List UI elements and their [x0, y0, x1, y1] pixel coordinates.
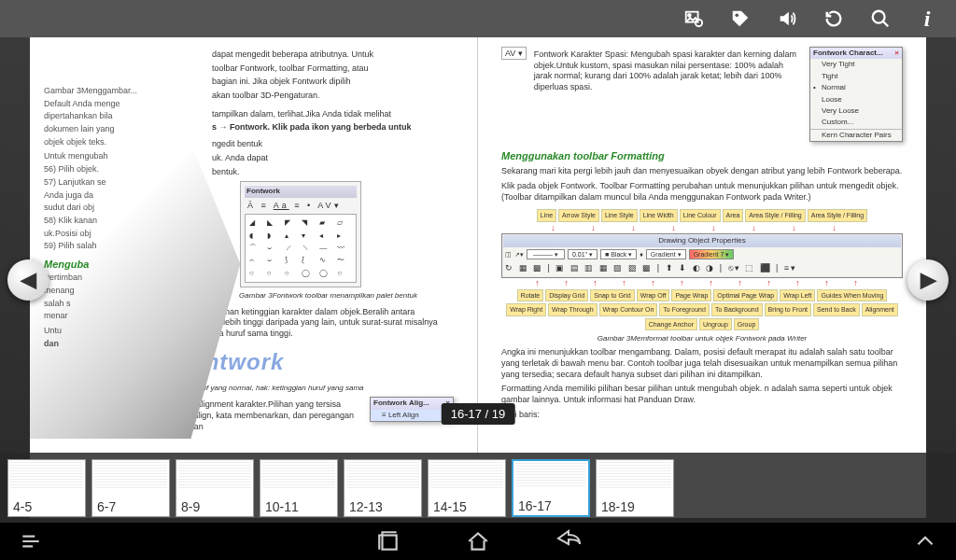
popup-title: Fontwork Charact...: [813, 49, 883, 58]
caption: Gambar 3Fontwork toolbar menampilkan pal…: [203, 291, 454, 301]
text: bentuk.: [212, 167, 454, 178]
image-settings-icon[interactable]: [679, 4, 709, 34]
search-icon[interactable]: [865, 4, 895, 34]
menu-item: Loose: [810, 94, 902, 105]
text: ngedit bentuk: [212, 139, 454, 150]
right-page: AV ▾ Fontwork Karakter Spasi: Mengubah s…: [478, 33, 926, 518]
menu-item: Normal: [810, 82, 902, 93]
menu-item: Kern Character Pairs: [810, 129, 902, 141]
text: tampilkan dalam, terlihat.Jika Anda tida…: [212, 109, 454, 120]
thumbnail[interactable]: 18-19: [596, 459, 674, 517]
page-indicator: 16-17 / 19: [442, 403, 515, 425]
thumbnail[interactable]: 16-17: [512, 459, 590, 517]
text: Klik pada objek Fontwork. Toolbar Format…: [501, 181, 903, 203]
svg-point-1: [688, 14, 691, 17]
text: s → Fontwork. Klik pada ikon yang berbed…: [212, 122, 412, 132]
heading: Menggunakan toolbar Formatting: [501, 149, 903, 162]
book-area: dapat mengedit beberapa atributnya. Untu…: [0, 37, 956, 523]
thumbnail-strip[interactable]: 4-56-78-910-1112-1314-1516-1718-19: [0, 453, 956, 523]
spacing-icon: AV ▾: [501, 47, 527, 60]
thumbnail[interactable]: 12-13: [344, 459, 422, 517]
menu-item: Left Align: [388, 411, 419, 419]
drawing-properties-toolbar: Drawing Object Properties ◫↗▾ ——— ▾ 0.01…: [501, 233, 903, 277]
thumbnail[interactable]: 6-7: [91, 459, 170, 517]
thumbnail[interactable]: 10-11: [260, 459, 338, 517]
text: bagian ini. Jika objek Fontwork dipilih: [212, 77, 454, 88]
figure-title: Fontwork: [245, 186, 357, 197]
home-icon[interactable]: [466, 529, 490, 553]
menu-item: Very Loose: [810, 105, 902, 117]
tag-icon[interactable]: [725, 4, 755, 34]
next-page-button[interactable]: ▶: [907, 259, 949, 301]
recent-apps-icon[interactable]: [376, 529, 401, 553]
text: uk. Anda dapat: [212, 153, 454, 164]
svg-rect-5: [383, 536, 397, 550]
text: toolbar Fontwork, toolbar Formatting, at…: [212, 63, 454, 75]
text: Sekarang mari kita pergi lebih jauh dan …: [501, 166, 903, 177]
system-nav-bar: [0, 523, 956, 560]
text: akan toolbar 3D-Pengaturan.: [212, 91, 454, 102]
top-toolbar: i: [0, 0, 956, 37]
text: dapat mengedit beberapa atributnya. Untu…: [212, 49, 454, 61]
prev-page-button[interactable]: ◀: [7, 259, 49, 301]
toolbar-title: Drawing Object Properties: [503, 235, 901, 246]
back-icon[interactable]: [555, 529, 580, 553]
thumbnail[interactable]: 8-9: [176, 459, 254, 517]
spacing-popup: Fontwork Charact...× Very Tight Tight No…: [809, 47, 903, 142]
svg-point-4: [873, 11, 885, 23]
fontwork-toolbar-figure: Fontwork Ā ≡ Aa ≡ • AV▾ ◢◣◤◥▰▱ ◖◗▴▾◂▸ ⌒⌣…: [240, 181, 361, 287]
menu-item: Tight: [810, 71, 902, 82]
toolbar-diagram: LineArrow StyleLine StyleLine WidthLine …: [501, 208, 903, 330]
popup-title: Fontwork Alig...: [373, 399, 429, 408]
menu-icon[interactable]: [19, 529, 43, 553]
volume-icon[interactable]: [772, 4, 802, 34]
rotate-icon[interactable]: [819, 4, 849, 34]
thumbnail[interactable]: 4-5: [7, 459, 86, 517]
text: Formatting Anda memiliki pilihan besar p…: [501, 384, 903, 405]
text: Fontwork Karakter Spasi: Mengubah spasi …: [534, 49, 802, 139]
text: Angka ini menunjukkan toolbar mengambang…: [501, 347, 903, 380]
svg-point-3: [736, 14, 739, 18]
info-icon[interactable]: i: [912, 4, 942, 34]
caption: Gambar 3Memformat toolbar untuk objek Fo…: [501, 334, 903, 343]
text: opsi baris:: [501, 410, 903, 421]
menu-item: Custom...: [810, 117, 902, 128]
expand-up-icon[interactable]: [913, 529, 937, 553]
menu-item: Very Tight: [810, 59, 902, 70]
thumbnail[interactable]: 14-15: [428, 459, 506, 517]
